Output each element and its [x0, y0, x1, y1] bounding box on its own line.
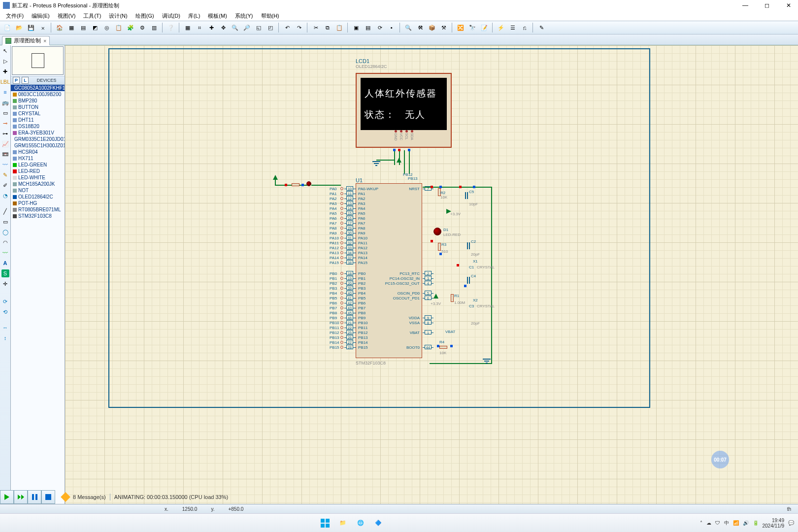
menu-graph[interactable]: 绘图(G)	[133, 12, 157, 20]
edge-icon[interactable]: 🌐	[354, 517, 367, 530]
pick-devices-button[interactable]: P	[13, 77, 20, 84]
resistor-r3[interactable]	[438, 243, 441, 251]
subcircuit-icon[interactable]: ▭	[1, 109, 9, 117]
lcd-component[interactable]: 人体红外传感器 状态： 无人 GNDVCCSCLSDA	[356, 73, 452, 148]
device-item[interactable]: STM32F103C8	[11, 213, 65, 219]
open-icon[interactable]: 📂	[14, 22, 25, 33]
2d-box-icon[interactable]: ▭	[1, 218, 9, 226]
cut-icon[interactable]: ✂	[310, 22, 321, 33]
symbol-icon[interactable]: S	[1, 269, 9, 277]
menu-library[interactable]: 库(L)	[185, 12, 203, 20]
tray-notifications-icon[interactable]: 💬	[788, 520, 794, 526]
grid-toggle-icon[interactable]: ▦	[182, 22, 193, 33]
marker-icon[interactable]: ✛	[1, 280, 9, 288]
instruments-icon[interactable]: ◔	[1, 192, 9, 200]
mirror-x-icon[interactable]: ↔	[1, 324, 9, 332]
mcu-component[interactable]: PA0-WKUP10PA0PA111PA1PA212PA2PA313PA3PA4…	[356, 183, 422, 358]
led-d1[interactable]	[433, 228, 441, 235]
graph-mode-icon[interactable]: 📈	[1, 140, 9, 148]
zoom-fit-icon[interactable]: ◱	[253, 22, 264, 33]
schematic-icon[interactable]: ▦	[66, 22, 77, 33]
close-button[interactable]: ✕	[782, 1, 795, 9]
2d-circle-icon[interactable]: ◯	[1, 228, 9, 236]
capacitor-c5[interactable]	[465, 192, 466, 199]
arel-icon[interactable]: ⎌	[519, 22, 530, 33]
overview-window[interactable]	[12, 46, 64, 75]
rotate-ccw-icon[interactable]: ⟲	[1, 308, 9, 316]
device-list[interactable]: GC08052A1002FKHF10803CC100J9B200BMP280BU…	[11, 85, 65, 504]
device-item[interactable]: CRYSTAL	[11, 110, 65, 117]
netlist-icon[interactable]: ☰	[507, 22, 518, 33]
tray-volume-icon[interactable]: 🔊	[743, 520, 749, 526]
origin-icon[interactable]: ✚	[206, 22, 217, 33]
pan-icon[interactable]: ✥	[218, 22, 229, 33]
boxes-icon[interactable]: ▥	[149, 22, 160, 33]
menu-template[interactable]: 模板(M)	[205, 12, 230, 20]
sim-play-button[interactable]	[0, 490, 14, 504]
device-item[interactable]: MCH185A200JK	[11, 181, 65, 187]
bom-icon[interactable]: 📋	[113, 22, 124, 33]
new-icon[interactable]: 📄	[2, 22, 13, 33]
source-icon[interactable]: 🧩	[125, 22, 136, 33]
device-item[interactable]: GRM1555C1H300JZ01D	[11, 142, 65, 149]
sim-stop-button[interactable]	[41, 490, 55, 504]
capacitor-c2[interactable]	[467, 242, 468, 249]
redo-icon[interactable]: ↷	[294, 22, 304, 33]
resistor-r4[interactable]	[439, 346, 447, 349]
save-icon[interactable]: 💾	[26, 22, 36, 33]
block-move-icon[interactable]: ▤	[363, 22, 373, 33]
minimize-button[interactable]: —	[739, 1, 752, 9]
libraries-button[interactable]: L	[22, 77, 29, 84]
start-button[interactable]	[319, 517, 332, 530]
maximize-button[interactable]: ◻	[761, 1, 773, 9]
zoom-in-icon[interactable]: 🔍	[230, 22, 240, 33]
schematic-canvas[interactable]: LCD1 OLED12864I2C 人体红外传感器 状态： 无人 GNDVCCS…	[65, 45, 798, 504]
debugcfg-icon[interactable]: ⚙	[137, 22, 148, 33]
tray-battery-icon[interactable]: 🔋	[753, 520, 759, 526]
device-item[interactable]: BUTTON	[11, 104, 65, 110]
resistor-r1[interactable]	[451, 294, 454, 302]
wire-autoroute-icon[interactable]: 🔀	[455, 22, 466, 33]
menu-view[interactable]: 视图(V)	[55, 12, 79, 20]
bus-icon[interactable]: 🚌	[1, 99, 9, 106]
search-icon[interactable]: 🔭	[467, 22, 478, 33]
menu-edit[interactable]: 编辑(E)	[29, 12, 53, 20]
2d-path-icon[interactable]: 〰	[1, 249, 9, 257]
menu-help[interactable]: 帮助(H)	[258, 12, 282, 20]
packaging-icon[interactable]: 📦	[427, 22, 437, 33]
tray-wifi-icon[interactable]: 📶	[733, 520, 739, 526]
device-item[interactable]: LED-RED	[11, 168, 65, 174]
tray-chevron-icon[interactable]: ˄	[700, 520, 702, 526]
2d-text-icon[interactable]: A	[1, 259, 9, 267]
terminal-icon[interactable]: ⊸	[1, 119, 9, 127]
message-bar[interactable]: 8 Message(s) ANIMATING: 00:00:03.150000 …	[58, 492, 232, 502]
device-item[interactable]: LED-GREEN	[11, 162, 65, 168]
capacitor-c4[interactable]	[467, 277, 468, 284]
proteus-task-icon[interactable]: 🔷	[372, 517, 385, 530]
gerber-icon[interactable]: ◎	[101, 22, 112, 33]
close-icon[interactable]: ⨉	[37, 22, 48, 33]
device-item[interactable]: OLED12864I2C	[11, 194, 65, 200]
led-indicator[interactable]	[306, 181, 311, 186]
mirror-y-icon[interactable]: ↕	[1, 334, 9, 342]
erc-icon[interactable]: ⚡	[496, 22, 506, 33]
menu-tool[interactable]: 工具(T)	[80, 12, 104, 20]
tray-clock[interactable]: 19:49 2024/11/9	[763, 518, 785, 529]
zoom-area-icon[interactable]: ◰	[265, 22, 276, 33]
device-item[interactable]: BMP280	[11, 98, 65, 104]
junction-icon[interactable]: ✚	[1, 67, 9, 75]
3d-icon[interactable]: ◩	[90, 22, 100, 33]
copy-icon[interactable]: ⧉	[322, 22, 333, 33]
property-assign-icon[interactable]: 📝	[479, 22, 490, 33]
device-item[interactable]: GC08052A1002FKHF1	[11, 85, 65, 91]
device-item[interactable]: GRM0335C1E200JD01D	[11, 136, 65, 142]
sim-pause-button[interactable]	[28, 490, 41, 504]
wire-label-icon[interactable]: LBL	[1, 78, 9, 86]
pcb-icon[interactable]: ▤	[78, 22, 89, 33]
device-item[interactable]: NOT	[11, 187, 65, 194]
explorer-icon[interactable]: 📁	[336, 517, 349, 530]
selection-mode-icon[interactable]: ↖	[1, 47, 9, 55]
probe-i-icon[interactable]: ✐	[1, 181, 9, 189]
make-device-icon[interactable]: 🛠	[415, 22, 426, 33]
device-item[interactable]: DS18B20	[11, 123, 65, 130]
